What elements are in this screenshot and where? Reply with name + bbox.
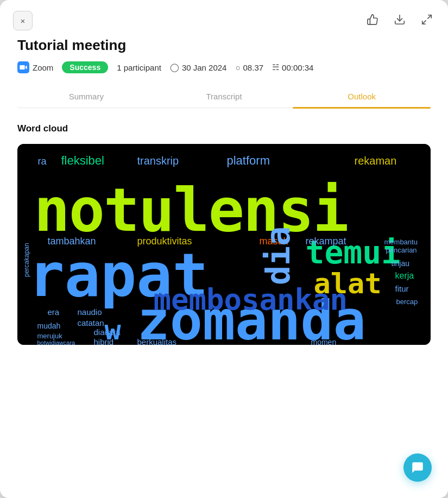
header-bar: × <box>0 0 448 37</box>
svg-text:botwidiawcara: botwidiawcara <box>37 339 76 345</box>
main-card: × <box>0 0 448 498</box>
thumbs-up-button[interactable] <box>364 11 381 30</box>
chat-icon <box>411 461 425 475</box>
expand-button[interactable] <box>419 11 435 30</box>
svg-text:merujuk: merujuk <box>37 332 63 340</box>
svg-text:w: w <box>105 314 122 345</box>
platform-label: Zoom <box>33 63 53 72</box>
tab-transcript[interactable]: Transcript <box>155 86 293 108</box>
zoom-icon <box>17 61 29 73</box>
svg-text:dia: dia <box>259 226 297 285</box>
svg-text:rekampat: rekampat <box>306 236 346 247</box>
tab-outlook[interactable]: Outlook <box>293 86 431 108</box>
duration-label: 00:00:34 <box>282 63 313 72</box>
svg-text:ra: ra <box>38 156 47 167</box>
participants-label: 1 participant <box>117 63 161 72</box>
svg-text:tambahkan: tambahkan <box>48 236 96 247</box>
word-cloud-svg: notulensi rapat zomanda membosankan temu… <box>17 144 431 345</box>
date-info: ◯ 30 Jan 2024 <box>170 62 227 72</box>
meta-row: Zoom Success 1 participant ◯ 30 Jan 2024… <box>17 61 431 73</box>
time-info: ○ 08.37 <box>235 63 263 72</box>
svg-line-2 <box>422 20 426 23</box>
platform-badge: Zoom <box>17 61 53 73</box>
chat-fab-button[interactable] <box>403 453 432 482</box>
svg-text:membantu: membantu <box>384 238 418 246</box>
duration-icon: ☵ <box>272 62 279 72</box>
svg-line-1 <box>428 15 431 18</box>
svg-text:naudio: naudio <box>78 307 102 317</box>
svg-text:transkrip: transkrip <box>137 155 179 167</box>
svg-text:rekaman: rekaman <box>355 155 397 167</box>
close-button[interactable]: × <box>13 11 33 30</box>
calendar-icon: ◯ <box>170 62 179 72</box>
date-label: 30 Jan 2024 <box>182 63 227 72</box>
svg-text:bercap: bercap <box>396 298 418 306</box>
svg-text:kerja: kerja <box>395 271 414 280</box>
svg-text:momen: momen <box>311 338 337 345</box>
meeting-title: Tutorial meeting <box>17 37 431 54</box>
svg-text:percakapan: percakapan <box>23 243 30 277</box>
participants-info: 1 participant <box>117 63 161 72</box>
svg-text:fleksibel: fleksibel <box>61 154 104 167</box>
word-cloud-container: notulensi rapat zomanda membosankan temu… <box>17 144 431 345</box>
expand-icon <box>421 14 433 28</box>
svg-text:era: era <box>48 307 60 317</box>
duration-info: ☵ 00:00:34 <box>272 62 313 72</box>
word-cloud-title: Word cloud <box>17 123 431 134</box>
svg-text:tinjau: tinjau <box>392 259 409 268</box>
download-button[interactable] <box>392 11 408 30</box>
header-actions <box>364 11 435 30</box>
status-badge: Success <box>62 61 108 73</box>
clock-icon: ○ <box>235 63 240 72</box>
download-icon <box>394 14 406 28</box>
svg-text:notulensi: notulensi <box>34 175 348 245</box>
svg-text:produktivitas: produktivitas <box>137 236 192 247</box>
svg-text:fitur: fitur <box>395 284 409 293</box>
svg-text:mudah: mudah <box>37 322 61 330</box>
thumbs-up-icon <box>367 14 378 28</box>
svg-text:catatan: catatan <box>78 318 104 327</box>
main-content: Tutorial meeting Zoom Success 1 particip… <box>0 37 448 362</box>
time-label: 08.37 <box>243 63 264 72</box>
svg-text:berkualitas: berkualitas <box>137 337 177 345</box>
tab-bar: Summary Transcript Outlook <box>17 86 431 108</box>
tab-summary[interactable]: Summary <box>17 86 155 108</box>
close-icon: × <box>21 16 26 26</box>
svg-text:alat: alat <box>314 267 382 300</box>
svg-text:pencarian: pencarian <box>386 246 417 254</box>
svg-text:platform: platform <box>227 154 270 167</box>
